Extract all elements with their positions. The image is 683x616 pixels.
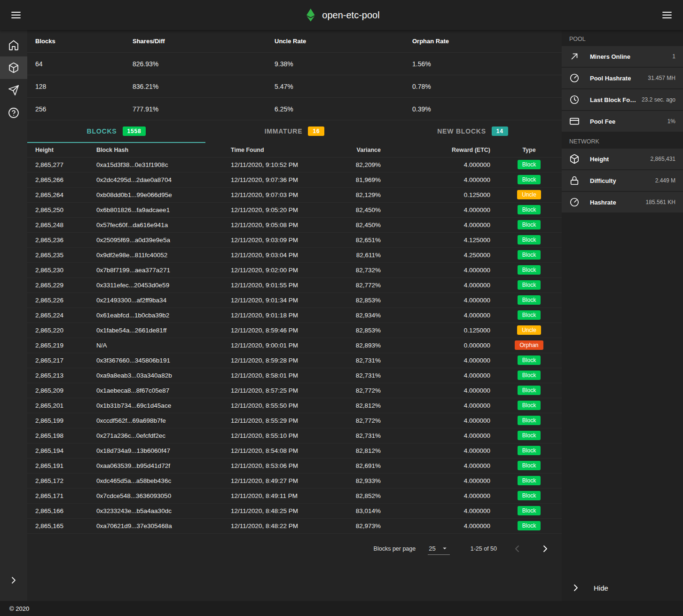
page-title: open-etc-pool — [322, 10, 379, 21]
content-row: BlocksShares/DiffUncle RateOrphan Rate64… — [0, 30, 683, 601]
menu-button-right[interactable] — [657, 5, 677, 25]
height-cell: 2,865,277 — [27, 157, 96, 172]
reward-cell: 4.000000 — [387, 262, 496, 277]
stats-cell: 826.93% — [133, 60, 275, 68]
time-cell: 12/11/2020, 8:58:01 PM — [231, 368, 311, 383]
stats-cell: 1.56% — [412, 60, 562, 68]
stat-label: Last Block Fo… — [590, 96, 636, 103]
reward-cell: 4.000000 — [387, 488, 496, 503]
height-cell: 2,865,194 — [27, 443, 96, 458]
sidebar-item-payments[interactable] — [0, 79, 27, 102]
tab-blocks[interactable]: BLOCKS1558 — [27, 120, 205, 143]
time-cell: 12/11/2020, 8:59:46 PM — [231, 323, 311, 338]
hash-cell: 0xa15d3f38...0e31f1908c — [96, 157, 231, 172]
time-cell: 12/11/2020, 9:01:18 PM — [231, 308, 311, 323]
time-cell: 12/11/2020, 9:01:55 PM — [231, 277, 311, 292]
type-cell: Block — [496, 473, 562, 488]
next-page-button[interactable] — [537, 541, 553, 557]
reward-cell: 4.250000 — [387, 247, 496, 262]
type-badge: Block — [518, 310, 541, 320]
height-cell: 2,865,250 — [27, 202, 96, 217]
type-cell: Block — [496, 368, 562, 383]
stat-label: Difficulty — [590, 177, 616, 184]
time-cell: 12/11/2020, 9:07:36 PM — [231, 172, 311, 187]
menu-button-left[interactable] — [6, 5, 26, 25]
variance-cell: 82,731% — [311, 428, 387, 443]
type-badge: Block — [518, 521, 541, 530]
left-nav — [0, 30, 27, 601]
stats-cell: 9.38% — [275, 60, 412, 68]
left-nav-items — [0, 34, 27, 124]
per-page-select[interactable]: 25 — [428, 542, 449, 555]
type-badge: Block — [518, 461, 541, 470]
table-row: 2,865,2770xa15d3f38...0e31f1908c12/11/20… — [27, 157, 562, 172]
variance-cell: 82,731% — [311, 368, 387, 383]
hash-cell: 0xb08dd0b1...99e066d95e — [96, 187, 231, 202]
type-cell: Block — [496, 308, 562, 323]
tab-badge: 16 — [308, 126, 324, 136]
type-cell: Block — [496, 353, 562, 368]
variance-cell: 82,209% — [311, 157, 387, 172]
type-badge: Block — [518, 175, 541, 184]
table-row: 2,865,2200x1fabe54a...2661de81ff12/11/20… — [27, 323, 562, 338]
height-cell: 2,865,198 — [27, 428, 96, 443]
main-content: BlocksShares/DiffUncle RateOrphan Rate64… — [27, 30, 562, 601]
type-cell: Block — [496, 292, 562, 308]
stats-cell: 6.25% — [275, 105, 412, 113]
reward-cell: 4.000000 — [387, 473, 496, 488]
table-row: 2,865,219N/A12/11/2020, 9:00:01 PM82,893… — [27, 338, 562, 353]
hide-sidebar-button[interactable]: Hide — [562, 575, 683, 601]
type-badge: Block — [518, 386, 541, 395]
table-row: 2,865,1710x7cdce548...363609305012/11/20… — [27, 488, 562, 503]
hash-cell: 0x18d734a9...13b6060f47 — [96, 443, 231, 458]
type-cell: Block — [496, 443, 562, 458]
variance-cell: 82,732% — [311, 262, 387, 277]
column-header: Type — [496, 143, 562, 157]
sidebar-item-help[interactable] — [0, 102, 27, 124]
right-sidebar-sections: POOLMiners Online1Pool Hashrate31.457 MH… — [562, 30, 683, 213]
tab-immature[interactable]: IMMATURE16 — [205, 120, 384, 143]
stats-cell: 0.78% — [412, 83, 562, 90]
etc-diamond-icon — [303, 8, 317, 22]
height-cell: 2,865,235 — [27, 247, 96, 262]
hash-cell: 0x7b8f7199...aea377a271 — [96, 262, 231, 277]
column-header: Height — [27, 143, 96, 157]
stats-cell: 777.91% — [133, 105, 275, 113]
stats-row: 128836.21%5.47%0.78% — [27, 75, 562, 98]
height-cell: 2,865,201 — [27, 398, 96, 413]
copyright-text: © 2020 — [9, 605, 29, 612]
sidebar-collapse-button[interactable] — [0, 569, 27, 592]
prev-page-button[interactable] — [509, 541, 525, 557]
stats-cell: 128 — [27, 83, 133, 90]
topbar: open-etc-pool — [0, 0, 683, 30]
hash-cell: 0x6b801826...fa9adcaee1 — [96, 202, 231, 217]
stat-label: Pool Hashrate — [590, 75, 631, 82]
height-cell: 2,865,220 — [27, 323, 96, 338]
variance-cell: 82,772% — [311, 277, 387, 292]
type-badge: Block — [518, 401, 541, 410]
height-cell: 2,865,191 — [27, 458, 96, 473]
type-badge: Block — [518, 491, 541, 500]
column-header: Time Found — [231, 143, 311, 157]
footer: © 2020 — [0, 601, 683, 616]
sidebar-item-home[interactable] — [0, 34, 27, 56]
sidebar-item-blocks[interactable] — [0, 56, 27, 79]
lock-icon — [569, 175, 580, 186]
stats-row: 64826.93%9.38%1.56% — [27, 53, 562, 75]
table-row: 2,865,1720xdc465d5a...a58beb436c12/11/20… — [27, 473, 562, 488]
tab-label: NEW BLOCKS — [437, 127, 486, 135]
height-cell: 2,865,213 — [27, 368, 96, 383]
stat-item-height: Height2,865,431 — [562, 149, 683, 169]
time-cell: 12/11/2020, 8:54:08 PM — [231, 443, 311, 458]
reward-cell: 4.000000 — [387, 503, 496, 518]
time-cell: 12/11/2020, 9:02:00 PM — [231, 262, 311, 277]
hash-cell: 0x3233243e...b5a4aa30dc — [96, 503, 231, 518]
time-cell: 12/11/2020, 9:01:34 PM — [231, 292, 311, 308]
reward-cell: 4.000000 — [387, 172, 496, 187]
hash-cell: 0xaa063539...b95d41d72f — [96, 458, 231, 473]
type-badge: Block — [518, 476, 541, 485]
table-row: 2,865,2170x3f367660...345806b19112/11/20… — [27, 353, 562, 368]
type-cell: Orphan — [496, 338, 562, 353]
time-cell: 12/11/2020, 8:59:28 PM — [231, 353, 311, 368]
tab-new-blocks[interactable]: NEW BLOCKS14 — [384, 120, 562, 143]
